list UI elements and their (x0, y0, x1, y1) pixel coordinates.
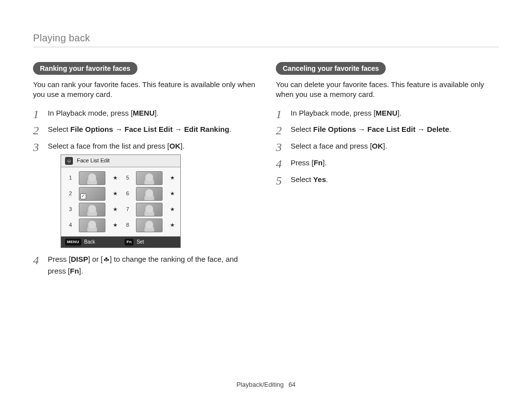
step-text: Select a face from the list and press [ (48, 142, 169, 150)
column-right: Canceling your favorite faces You can de… (276, 62, 499, 282)
svg-point-1 (103, 259, 106, 261)
star-icon: ★ (111, 190, 119, 198)
device-footer-set: Fn Set (121, 237, 180, 248)
device-screenshot: ☺ Face List Edit 1 ★ 5 ★ 2 ✓ (61, 154, 181, 248)
key-ok: OK (372, 142, 383, 150)
step-text: Select (291, 125, 313, 133)
section-rule (33, 47, 499, 47)
face-thumb (136, 203, 163, 216)
face-thumb (136, 187, 163, 201)
step-text: . (326, 175, 328, 184)
star-icon: ★ (111, 221, 119, 229)
key-fn-small: Fn (125, 239, 133, 246)
step-bold: File Options → Face List Edit → Edit Ran… (70, 125, 230, 133)
face-rank-number: 2 (65, 190, 76, 198)
step-text: In Playback mode, press [ (48, 109, 133, 117)
intro-canceling: You can delete your favorite faces. This… (276, 80, 499, 100)
pill-canceling: Canceling your favorite faces (276, 62, 386, 75)
footer-label: Playback/Editing (236, 381, 284, 388)
face-thumb (79, 218, 105, 232)
star-icon: ★ (168, 206, 176, 214)
star-icon: ★ (168, 190, 176, 198)
step-text: Press [ (291, 158, 314, 167)
step-text: In Playback mode, press [ (291, 109, 376, 117)
face-rank-number: 7 (122, 206, 133, 214)
star-icon: ★ (111, 174, 119, 182)
step-text: ]. (79, 267, 83, 275)
step: Select a face from the list and press [O… (33, 141, 256, 248)
step-text: ]. (155, 109, 159, 117)
face-rank-number: 3 (65, 206, 76, 214)
check-icon: ✓ (80, 193, 86, 199)
star-icon: ★ (168, 221, 176, 229)
face-thumb (79, 171, 105, 185)
key-disp: DISP (71, 255, 88, 263)
step: In Playback mode, press [MENU]. (276, 108, 499, 119)
page-footer: Playback/Editing 64 (0, 381, 532, 388)
key-menu-small: MENU (65, 239, 81, 246)
face-thumb (136, 171, 163, 185)
star-icon: ★ (111, 206, 119, 214)
step-text: Select (291, 175, 313, 184)
device-footer-back: MENU Back (61, 237, 121, 248)
steps-canceling: In Playback mode, press [MENU]. Select F… (276, 108, 499, 185)
step-text: ]. (398, 109, 401, 117)
step-text: ]. (323, 158, 327, 167)
key-ok: OK (169, 142, 181, 150)
face-rank-number: 6 (122, 190, 133, 198)
step: Select a face and press [OK]. (276, 141, 499, 152)
step-text: Select a face and press [ (291, 142, 372, 150)
step-text: ]. (180, 142, 184, 150)
steps-ranking: In Playback mode, press [MENU]. Select F… (33, 108, 256, 277)
svg-point-2 (107, 259, 109, 261)
device-footer-label: Back (84, 239, 95, 246)
face-rank-number: 5 (122, 174, 133, 182)
device-footer: MENU Back Fn Set (61, 236, 180, 248)
macro-icon (103, 255, 110, 266)
face-rank-number: 8 (122, 221, 133, 229)
step: Select File Options → Face List Edit → E… (33, 124, 256, 135)
face-thumb (136, 218, 163, 232)
step: Select Yes. (276, 174, 499, 185)
content-columns: Ranking your favorite faces You can rank… (33, 62, 499, 282)
step-text: Press [ (48, 255, 71, 263)
face-thumb-selected: ✓ (79, 187, 105, 201)
column-left: Ranking your favorite faces You can rank… (33, 62, 256, 282)
intro-ranking: You can rank your favorite faces. This f… (33, 80, 256, 100)
key-menu: MENU (376, 109, 398, 117)
star-icon: ★ (168, 174, 176, 182)
step-text: Select (48, 125, 70, 133)
device-title: Face List Edit (77, 157, 110, 165)
key-menu: MENU (133, 109, 155, 117)
step-text: ] or [ (88, 255, 103, 263)
svg-point-0 (105, 257, 107, 259)
step: Press [Fn]. (276, 157, 499, 168)
device-footer-label: Set (136, 239, 144, 246)
step-text: ]. (383, 142, 387, 150)
device-grid: 1 ★ 5 ★ 2 ✓ ★ 6 ★ 3 (61, 167, 180, 236)
pill-ranking: Ranking your favorite faces (33, 62, 137, 75)
step-text: . (229, 125, 231, 133)
step-bold: Yes (313, 175, 326, 184)
face-rank-number: 4 (65, 221, 76, 229)
face-rank-number: 1 (65, 174, 76, 182)
step: In Playback mode, press [MENU]. (33, 108, 256, 119)
key-fn: Fn (314, 158, 323, 167)
page-number: 64 (289, 381, 296, 388)
device-header: ☺ Face List Edit (61, 155, 180, 167)
face-list-icon: ☺ (65, 157, 73, 165)
svg-rect-3 (106, 259, 106, 262)
step: Select File Options → Face List Edit → D… (276, 124, 499, 135)
section-title: Playing back (33, 32, 499, 44)
step-bold: File Options → Face List Edit → Delete (313, 125, 449, 133)
face-thumb (79, 203, 105, 216)
step-text: . (449, 125, 451, 133)
step: Press [DISP] or [] to change the ranking… (33, 254, 256, 277)
page: Playing back Ranking your favorite faces… (33, 32, 499, 383)
key-fn: Fn (70, 267, 79, 275)
